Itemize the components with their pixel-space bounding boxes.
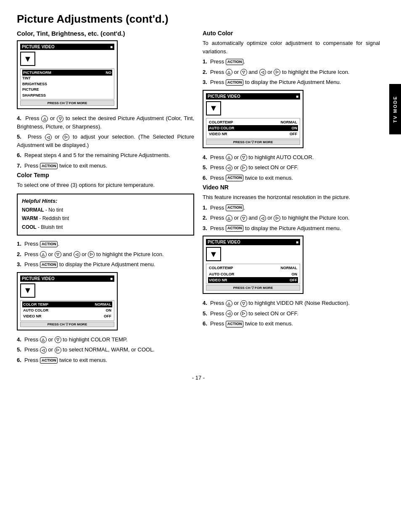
vn-screen-title: PICTURE VIDEO ■	[206, 239, 300, 245]
auto-color-heading: Auto Color	[203, 30, 380, 37]
video-nr-screen: PICTURE VIDEO ■ ▼ COLORTEMP NORMAL AUTO …	[203, 236, 303, 294]
screen2-icon: ▼	[20, 283, 35, 298]
up-icon-vn4: △	[226, 300, 232, 307]
action-btn-ct3: ACTION	[40, 262, 58, 268]
screen2-row3: VIDEO NR OFF	[22, 313, 112, 319]
down-icon-ct2: ▽	[55, 251, 61, 258]
video-nr-steps-4-6: 4. Press △ or ▽ to highlight VIDEO NR (N…	[203, 299, 380, 328]
video-nr-heading: Video NR	[203, 184, 380, 191]
left-icon-ac2: ◁	[259, 69, 266, 76]
auto-color-intro: To automatically optimize color adjustme…	[203, 39, 380, 55]
page-number: - 17 -	[17, 375, 380, 381]
vn-row1: COLORTEMP NORMAL	[208, 265, 298, 271]
up-icon-ct4: △	[40, 336, 47, 343]
vn-row2: AUTO COLOR ON	[208, 271, 298, 277]
left-icon-vn2: ◁	[259, 215, 266, 222]
vn-screen-icon: ▼	[206, 247, 221, 261]
left-icon-ct5: ◁	[40, 347, 47, 354]
action-btn-ct1: ACTION	[40, 241, 58, 248]
left-icon: ◁	[45, 134, 52, 141]
screen1-title: PICTURE VIDEO ■	[20, 44, 114, 50]
screen1-norm-row: PICTURENORM NO	[22, 70, 112, 76]
right-icon-vn2: ▷	[274, 215, 280, 222]
down-icon: ▽	[57, 115, 63, 122]
ac-screen-menu: COLORTEMP NORMAL AUTO COLOR ON VIDEO NR …	[206, 118, 300, 139]
ac-screen-footer: PRESS CH ▽ FOR MORE	[206, 139, 300, 145]
right-icon-ac2: ▷	[274, 69, 280, 76]
action-btn-ac1: ACTION	[226, 59, 244, 66]
ac-row2: AUTO COLOR ON	[208, 125, 298, 131]
sidebar-label: TV MODE	[393, 96, 398, 123]
color-temp-steps-1-3: 1. Press ACTION. 2. Press △ or ▽ and ◁ o…	[17, 240, 194, 269]
right-icon: ▷	[63, 134, 69, 141]
hints-title: Helpful Hints:	[22, 198, 189, 204]
action-btn-vn1: ACTION	[226, 204, 244, 211]
action-btn-ct6: ACTION	[40, 357, 58, 364]
screen2-mockup: PICTURE VIDEO ■ ▼ COLOR TEMP NORMAL AUTO…	[17, 272, 118, 330]
auto-color-steps-4-6: 4. Press △ or ▽ to highlight AUTO COLOR.…	[203, 153, 380, 182]
ac-row1: COLORTEMP NORMAL	[208, 119, 298, 125]
left-icon-vn5: ◁	[226, 310, 232, 317]
down-icon-vn2: ▽	[240, 215, 247, 222]
down-icon-ac2: ▽	[240, 69, 247, 76]
ac-screen-icon: ▼	[206, 101, 221, 115]
action-btn-ac6: ACTION	[226, 175, 244, 181]
steps-4-7: 4. Press △ or ▽ to select the desired Pi…	[17, 114, 194, 170]
screen2-row2: AUTO COLOR ON	[22, 307, 112, 313]
action-btn-vn3: ACTION	[226, 225, 244, 232]
up-icon: △	[41, 115, 48, 122]
left-icon-ac5: ◁	[226, 165, 232, 171]
up-icon-vn2: △	[226, 215, 232, 222]
screen2-row1: COLOR TEMP NORMAL	[22, 301, 112, 307]
right-icon-ct5: ▷	[55, 347, 61, 354]
vn-row3: VIDEO NR OFF	[208, 277, 298, 283]
hints-content: NORMAL - No tint WARM - Reddish tint COO…	[22, 206, 189, 231]
video-nr-steps-1-3: 1. Press ACTION. 2. Press △ or ▽ and ◁ o…	[203, 204, 380, 233]
screen1-footer: PRESS CH ▽ FOR MORE	[20, 100, 114, 106]
left-subtitle: Color, Tint, Brightness, etc. (cont'd.)	[17, 30, 194, 37]
color-temp-steps-4-6: 4. Press △ or ▽ to highlight COLOR TEMP.…	[17, 335, 194, 364]
action-btn-ac3: ACTION	[226, 79, 244, 86]
action-btn-vn6: ACTION	[226, 321, 244, 328]
screen1-icon: ▼	[20, 52, 35, 66]
down-icon-ct4: ▽	[55, 336, 61, 343]
screen2-footer: PRESS CH ▽ FOR MORE	[20, 322, 114, 327]
up-icon-ac4: △	[226, 154, 232, 161]
auto-color-screen: PICTURE VIDEO ■ ▼ COLORTEMP NORMAL AUTO …	[203, 90, 303, 148]
action-btn-7: ACTION	[40, 163, 58, 170]
vn-screen-footer: PRESS CH ▽ FOR MORE	[206, 285, 300, 291]
color-temp-heading: Color Temp	[17, 172, 194, 178]
tv-mode-sidebar-tab: TV MODE	[389, 84, 401, 134]
right-column: Auto Color To automatically optimize col…	[203, 30, 380, 366]
right-icon-ac5: ▷	[240, 165, 247, 171]
left-column: Color, Tint, Brightness, etc. (cont'd.) …	[17, 30, 194, 366]
right-icon-vn5: ▷	[240, 310, 247, 317]
ac-screen-title: PICTURE VIDEO ■	[206, 93, 300, 100]
video-nr-intro: This feature increases the horizontal re…	[203, 193, 380, 202]
page-title: Picture Adjustments (cont'd.)	[17, 13, 380, 26]
screen2-title: PICTURE VIDEO ■	[20, 275, 114, 282]
color-temp-intro: To select one of three (3) options for p…	[17, 181, 194, 189]
auto-color-steps-1-3: 1. Press ACTION. 2. Press △ or ▽ and ◁ o…	[203, 58, 380, 86]
left-icon-ct2: ◁	[74, 251, 80, 258]
vn-screen-menu: COLORTEMP NORMAL AUTO COLOR ON VIDEO NR …	[206, 264, 300, 284]
helpful-hints-box: Helpful Hints: NORMAL - No tint WARM - R…	[17, 194, 194, 236]
up-icon-ac2: △	[226, 69, 232, 76]
up-icon-ct2: △	[40, 251, 47, 258]
right-icon-ct2: ▷	[88, 251, 95, 258]
down-icon-vn4: ▽	[240, 300, 247, 307]
down-icon-ac4: ▽	[240, 154, 247, 161]
screen1-mockup: PICTURE VIDEO ■ ▼ PICTURENORM NO TINT BR…	[17, 40, 118, 109]
screen1-menu: PICTURENORM NO TINT BRIGHTNESS PICTURE S…	[20, 68, 114, 100]
ac-row3: VIDEO NR OFF	[208, 131, 298, 137]
screen2-menu: COLOR TEMP NORMAL AUTO COLOR ON VIDEO NR…	[20, 300, 114, 321]
